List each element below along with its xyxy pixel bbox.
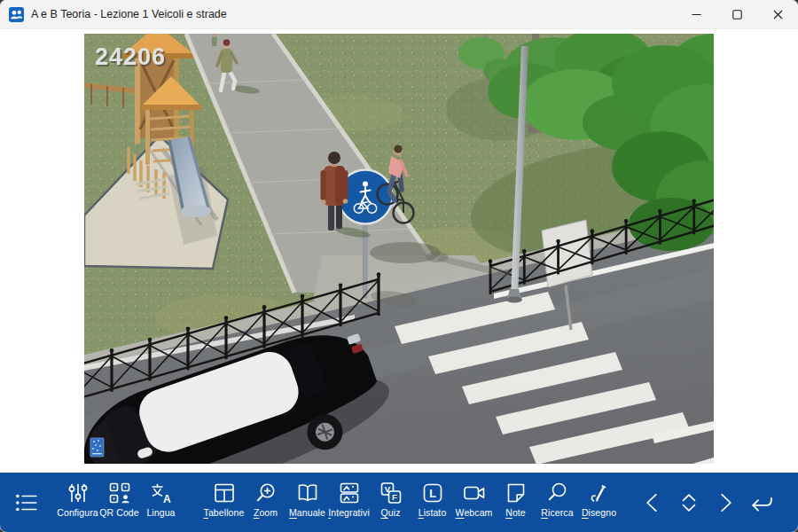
toolbar-button-ricerca[interactable]: Ricerca [536, 473, 578, 532]
toolbar-label: Quiz [380, 507, 400, 518]
svg-text:A: A [163, 493, 171, 505]
toolbar-button-lingua[interactable]: ALingua [140, 473, 182, 532]
toolbar-button-previous[interactable] [634, 473, 670, 532]
toolbar-label: Integrativi [328, 507, 370, 518]
toolbar-button-note[interactable]: Note [495, 473, 536, 532]
minimize-icon [692, 10, 701, 20]
toolbar-button-quiz[interactable]: VFQuiz [370, 473, 411, 532]
toolbar-label: Note [505, 507, 526, 518]
translate-icon: A [149, 481, 174, 505]
window-title: A e B Teoria - Lezione 1 Veicoli e strad… [31, 8, 227, 20]
letter-l-icon: L [420, 481, 445, 505]
toolbar-button-zoom[interactable]: Zoom [245, 473, 286, 532]
toolbar-label: QR Code [99, 507, 138, 518]
toolbar-label: Tabellone [204, 507, 245, 518]
toolbar-button-qr-code[interactable]: QR Code [98, 473, 140, 532]
chevron-left-icon [639, 490, 666, 515]
toolbar-label: Ricerca [541, 507, 573, 518]
return-arrow-icon [747, 490, 776, 515]
close-button[interactable] [757, 0, 798, 28]
toolbar-button-expand[interactable] [670, 473, 707, 532]
qr-code-icon [107, 481, 132, 505]
svg-text:F: F [392, 492, 397, 502]
toolbar-button-menu[interactable] [7, 473, 46, 532]
content-area: 24206 24206 [0, 29, 798, 473]
toolbar-label: Disegno [582, 507, 616, 518]
minimize-button[interactable] [676, 0, 716, 28]
app-icon [9, 7, 24, 22]
toolbar-button-next[interactable] [707, 473, 743, 532]
toolbar: ConfiguraQR CodeALinguaTabelloneZoomManu… [0, 473, 798, 532]
toolbar-label: Listato [419, 507, 447, 518]
toolbar-label: Manuale [289, 507, 325, 518]
chevron-right-icon [712, 490, 739, 515]
open-book-icon [295, 481, 320, 505]
toolbar-button-listato[interactable]: LListato [411, 473, 453, 532]
window-controls [676, 0, 798, 28]
true-false-icon: VF [379, 481, 403, 505]
close-icon [773, 10, 783, 20]
maximize-icon [732, 10, 742, 20]
list-menu-icon [13, 490, 40, 515]
svg-text:L: L [429, 488, 436, 500]
app-window: A e B Teoria - Lezione 1 Veicoli e strad… [0, 0, 798, 532]
toolbar-button-disegno[interactable]: Disegno [578, 473, 620, 532]
chevrons-up-down-icon [676, 490, 702, 515]
note-icon [504, 481, 528, 505]
images-icon [337, 481, 362, 505]
search-icon [545, 481, 570, 505]
video-camera-icon [462, 481, 487, 505]
board-icon [212, 481, 237, 505]
toolbar-label: Webcam [456, 507, 493, 518]
scene-watermark [90, 438, 104, 457]
toolbar-label: Lingua [146, 507, 175, 518]
pen-icon [587, 481, 612, 505]
lesson-image[interactable]: 24206 24206 [84, 34, 714, 464]
toolbar-button-webcam[interactable]: Webcam [453, 473, 495, 532]
toolbar-label: Configura [57, 507, 98, 518]
toolbar-button-return[interactable] [743, 473, 779, 532]
toolbar-button-tabellone[interactable]: Tabellone [203, 473, 245, 532]
zoom-in-icon [254, 481, 278, 505]
toolbar-label: Zoom [254, 507, 278, 518]
distant-pedestrian [212, 34, 217, 46]
toolbar-button-integrativi[interactable]: Integrativi [328, 473, 370, 532]
titlebar: A e B Teoria - Lezione 1 Veicoli e strad… [0, 0, 798, 29]
sliders-icon [66, 481, 90, 505]
maximize-button[interactable] [716, 0, 757, 28]
toolbar-button-manuale[interactable]: Manuale [286, 473, 328, 532]
photo-number: 24206 [95, 43, 166, 70]
toolbar-nav-group [634, 473, 779, 532]
toolbar-button-configura[interactable]: Configura [57, 473, 98, 532]
